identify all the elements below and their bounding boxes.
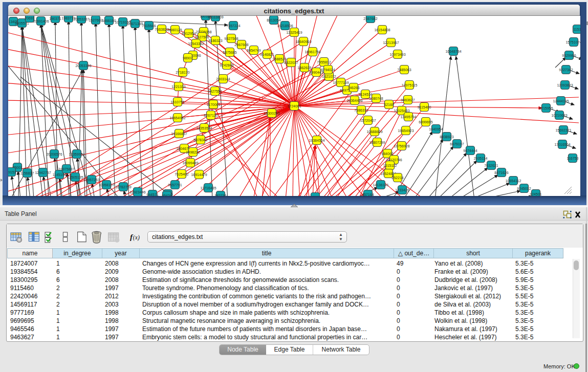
svg-text:20206576: 20206576	[46, 152, 62, 156]
svg-text:1621072: 1621072	[322, 75, 336, 78]
svg-text:7632621: 7632621	[484, 164, 498, 167]
svg-text:9329966: 9329966	[562, 54, 576, 57]
svg-text:1610755: 1610755	[170, 100, 184, 104]
svg-text:190371: 190371	[49, 17, 61, 20]
svg-text:1362635: 1362635	[297, 66, 311, 70]
svg-text:16154808: 16154808	[374, 28, 390, 32]
svg-text:1588520: 1588520	[272, 57, 286, 61]
svg-text:182736: 182736	[214, 194, 226, 196]
svg-text:62160: 62160	[384, 103, 394, 106]
svg-text:12942757: 12942757	[35, 171, 51, 174]
svg-text:8938923: 8938923	[440, 135, 453, 139]
svg-text:9242848: 9242848	[220, 63, 233, 67]
svg-text:1170061: 1170061	[207, 103, 221, 106]
svg-text:10654112: 10654112	[506, 179, 521, 183]
svg-text:8215955: 8215955	[539, 106, 553, 110]
svg-text:19756928: 19756928	[394, 144, 409, 148]
svg-text:16782759: 16782759	[115, 185, 131, 189]
svg-text:7663822: 7663822	[155, 28, 168, 31]
svg-text:19975887: 19975887	[58, 167, 74, 171]
svg-text:10688609: 10688609	[366, 130, 382, 134]
svg-text:7625402: 7625402	[175, 172, 188, 176]
svg-text:14136141: 14136141	[373, 183, 388, 187]
svg-text:98907: 98907	[183, 56, 193, 60]
svg-text:12213967: 12213967	[383, 41, 399, 45]
svg-text:9427552: 9427552	[208, 90, 222, 93]
svg-text:7955812: 7955812	[317, 60, 331, 64]
svg-text:19777169: 19777169	[333, 81, 349, 84]
svg-text:20053346: 20053346	[75, 64, 91, 68]
svg-text:8471626: 8471626	[494, 171, 508, 174]
svg-text:9227342: 9227342	[559, 68, 573, 72]
svg-text:1527602: 1527602	[89, 18, 102, 22]
svg-text:12975115: 12975115	[402, 83, 418, 87]
svg-text:10210683: 10210683	[551, 114, 567, 117]
svg-text:9327508: 9327508	[224, 37, 238, 40]
svg-text:13325419: 13325419	[286, 31, 302, 34]
svg-text:157164: 157164	[362, 193, 374, 196]
svg-text:1615112: 1615112	[383, 164, 397, 167]
svg-text:8454749: 8454749	[247, 49, 260, 52]
svg-text:10543392: 10543392	[188, 42, 204, 46]
svg-text:17016504: 17016504	[554, 143, 570, 146]
svg-text:2967608: 2967608	[234, 43, 248, 47]
svg-text:15751074: 15751074	[565, 40, 580, 44]
svg-text:984067: 984067	[381, 152, 393, 156]
svg-text:6679197: 6679197	[450, 142, 464, 146]
svg-text:9245012: 9245012	[517, 187, 531, 190]
svg-text:5878342: 5878342	[193, 138, 207, 142]
svg-text:9660125: 9660125	[168, 28, 182, 32]
svg-text:9115460: 9115460	[418, 105, 431, 109]
svg-text:252214: 252214	[391, 176, 403, 180]
svg-text:9474444: 9474444	[463, 149, 477, 152]
svg-text:5875685: 5875685	[223, 51, 236, 54]
svg-text:116753: 116753	[567, 157, 579, 160]
svg-text:12923446: 12923446	[129, 190, 145, 194]
svg-text:924501: 924501	[530, 192, 541, 196]
svg-text:(x): (x)	[133, 234, 140, 241]
svg-text:9327506: 9327506	[195, 35, 209, 39]
svg-text:20364436: 20364436	[346, 99, 362, 102]
svg-text:16648784: 16648784	[445, 50, 461, 53]
svg-text:1156827: 1156827	[20, 171, 34, 175]
svg-text:944571: 944571	[146, 193, 158, 196]
svg-text:164095: 164095	[309, 195, 321, 196]
svg-text:10958107: 10958107	[98, 183, 114, 187]
svg-text:8186323: 8186323	[208, 39, 222, 42]
svg-text:1221333: 1221333	[171, 85, 185, 89]
svg-text:18300295: 18300295	[264, 112, 279, 115]
svg-text:19654982: 19654982	[169, 116, 185, 120]
svg-text:9657791: 9657791	[168, 183, 182, 187]
svg-text:12093823: 12093823	[557, 83, 573, 87]
svg-text:7357224: 7357224	[226, 24, 240, 28]
svg-text:39153: 39153	[8, 170, 16, 174]
svg-text:16033809: 16033809	[207, 16, 223, 19]
svg-text:10653287: 10653287	[73, 17, 89, 21]
svg-text:95424: 95424	[162, 194, 172, 196]
svg-text:1724061: 1724061	[287, 104, 301, 108]
svg-text:6899695: 6899695	[419, 120, 432, 124]
svg-text:7515546: 7515546	[142, 24, 156, 28]
svg-text:9463627: 9463627	[401, 98, 415, 102]
svg-text:1151: 1151	[573, 28, 580, 31]
svg-text:19384554: 19384554	[309, 139, 324, 142]
svg-text:746266: 746266	[347, 86, 359, 90]
svg-text:16961758: 16961758	[304, 50, 320, 54]
svg-text:15692371: 15692371	[555, 128, 571, 132]
svg-text:12353594: 12353594	[196, 126, 212, 130]
svg-text:16099489: 16099489	[182, 161, 198, 165]
svg-text:10025433: 10025433	[394, 109, 409, 113]
svg-text:20691406: 20691406	[33, 19, 49, 23]
svg-text:15720407: 15720407	[360, 119, 376, 122]
svg-text:2935114: 2935114	[474, 157, 488, 160]
svg-text:17957253: 17957253	[83, 178, 99, 182]
svg-text:8322037: 8322037	[284, 61, 298, 64]
svg-text:9146821: 9146821	[260, 53, 274, 56]
svg-text:12505135: 12505135	[67, 176, 83, 179]
svg-text:16914479: 16914479	[191, 173, 207, 177]
svg-text:19654923: 19654923	[398, 129, 413, 133]
svg-text:2387682: 2387682	[363, 17, 377, 20]
svg-text:8267130: 8267130	[204, 114, 217, 117]
svg-text:12359924: 12359924	[69, 152, 84, 156]
svg-text:3124534: 3124534	[358, 93, 372, 96]
